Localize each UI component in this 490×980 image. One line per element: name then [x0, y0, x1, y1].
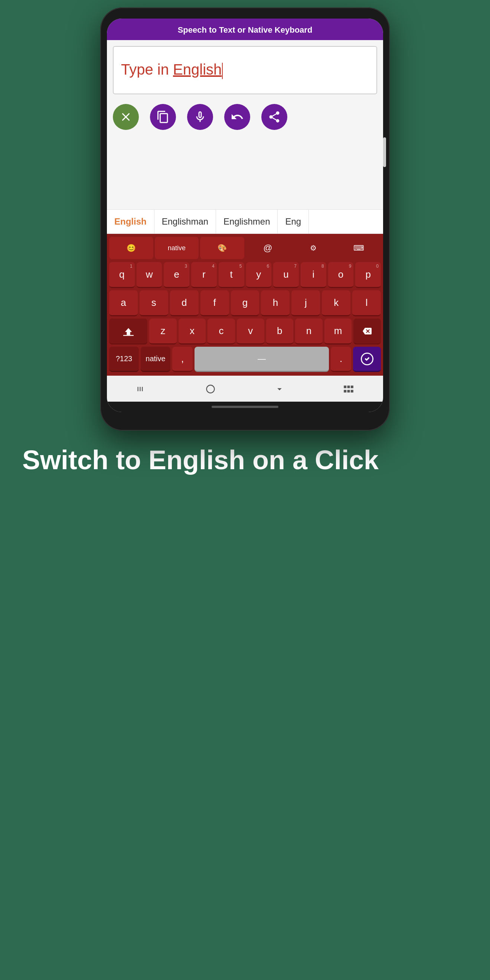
- key-b[interactable]: b: [266, 318, 294, 345]
- text-cursor: [222, 63, 223, 79]
- key-f[interactable]: f: [200, 290, 229, 316]
- key-o[interactable]: 9o: [328, 262, 354, 288]
- period-key[interactable]: .: [331, 347, 351, 372]
- suggestion-item-1[interactable]: Englishman: [154, 210, 216, 234]
- home-indicator: [107, 402, 383, 412]
- key-n[interactable]: n: [295, 318, 323, 345]
- comma-key[interactable]: ,: [172, 347, 192, 372]
- key-j[interactable]: j: [291, 290, 320, 316]
- home-nav-button[interactable]: [199, 382, 222, 396]
- app-title: Speech to Text or Native Keyboard: [178, 25, 313, 35]
- svg-rect-10: [347, 390, 350, 392]
- key-l[interactable]: l: [352, 290, 381, 316]
- key-p[interactable]: 0p: [355, 262, 381, 288]
- shift-key[interactable]: [109, 318, 147, 345]
- svg-rect-11: [351, 390, 353, 392]
- delete-button[interactable]: [113, 104, 139, 130]
- num-key[interactable]: ?123: [109, 347, 139, 372]
- key-e[interactable]: 3e: [164, 262, 189, 288]
- key-row-3: z x c v b n m: [109, 318, 381, 345]
- key-w[interactable]: w: [137, 262, 162, 288]
- bottom-headline: Switch to English on a Click: [22, 445, 468, 475]
- navigation-bar: [107, 375, 383, 402]
- svg-rect-7: [347, 386, 350, 388]
- key-row-1: 1q w 3e 4r 5t 6y 7u 8i 9o 0p: [109, 262, 381, 288]
- content-spacer: [107, 135, 383, 209]
- keyboard-bottom-row: ?123 native , — .: [109, 347, 381, 372]
- key-c[interactable]: c: [207, 318, 235, 345]
- settings-key[interactable]: ⚙: [291, 237, 336, 259]
- suggestion-item-3[interactable]: Eng: [278, 210, 309, 234]
- key-a[interactable]: a: [109, 290, 138, 316]
- undo-button[interactable]: [224, 104, 250, 130]
- keyboard-top-icon-row: 😊 native 🎨 @ ⚙ ⌨: [109, 237, 381, 259]
- svg-rect-3: [140, 387, 140, 391]
- svg-rect-2: [138, 387, 138, 391]
- palette-key[interactable]: 🎨: [200, 237, 244, 259]
- keyboard-rows: 1q w 3e 4r 5t 6y 7u 8i 9o 0p a s: [109, 262, 381, 345]
- text-highlighted: English: [173, 61, 222, 78]
- phone-frame: Speech to Text or Native Keyboard Type i…: [100, 8, 390, 431]
- key-q[interactable]: 1q: [109, 262, 135, 288]
- key-y[interactable]: 6y: [246, 262, 272, 288]
- recents-nav-button[interactable]: [268, 382, 291, 396]
- microphone-button[interactable]: [187, 104, 213, 130]
- suggestions-bar: English Englishman Englishmen Eng: [107, 209, 383, 234]
- space-key[interactable]: —: [194, 347, 329, 372]
- key-h[interactable]: h: [261, 290, 290, 316]
- grid-nav-button[interactable]: [337, 382, 360, 396]
- key-d[interactable]: d: [170, 290, 199, 316]
- key-k[interactable]: k: [322, 290, 350, 316]
- key-x[interactable]: x: [178, 318, 206, 345]
- text-prefix: Type in: [121, 61, 173, 78]
- backspace-key[interactable]: [353, 318, 381, 345]
- copy-button[interactable]: [150, 104, 176, 130]
- key-g[interactable]: g: [231, 290, 259, 316]
- keyboard-container: 😊 native 🎨 @ ⚙ ⌨ 1q w 3e 4r: [107, 234, 383, 375]
- back-nav-button[interactable]: [130, 382, 153, 396]
- native-key-top[interactable]: native: [155, 237, 199, 259]
- bottom-text-section: Switch to English on a Click: [0, 445, 490, 475]
- key-r[interactable]: 4r: [191, 262, 217, 288]
- text-input-area[interactable]: Type in English: [113, 46, 377, 94]
- emoji-key[interactable]: 😊: [109, 237, 153, 259]
- text-content: Type in English: [121, 61, 223, 79]
- key-t[interactable]: 5t: [219, 262, 244, 288]
- phone-wrapper: Speech to Text or Native Keyboard Type i…: [100, 8, 390, 431]
- key-row-2: a s d f g h j k l: [109, 290, 381, 316]
- native-bottom-key[interactable]: native: [141, 347, 170, 372]
- svg-rect-0: [123, 335, 134, 336]
- suggestion-item-2[interactable]: Englishmen: [216, 210, 278, 234]
- phone-screen: Speech to Text or Native Keyboard Type i…: [107, 19, 383, 412]
- key-i[interactable]: 8i: [301, 262, 326, 288]
- space-bar-icon: —: [258, 354, 266, 364]
- key-u[interactable]: 7u: [273, 262, 299, 288]
- svg-rect-6: [344, 386, 346, 388]
- share-button[interactable]: [261, 104, 287, 130]
- key-v[interactable]: v: [237, 318, 264, 345]
- key-m[interactable]: m: [325, 318, 352, 345]
- app-title-bar: Speech to Text or Native Keyboard: [107, 19, 383, 40]
- suggestion-item-0[interactable]: English: [107, 210, 154, 234]
- svg-point-5: [207, 385, 215, 393]
- svg-rect-4: [142, 387, 143, 391]
- home-indicator-bar: [212, 406, 278, 408]
- svg-rect-9: [344, 390, 346, 392]
- key-z[interactable]: z: [149, 318, 177, 345]
- keyboard-switch-key[interactable]: ⌨: [337, 237, 381, 259]
- action-buttons-row: [107, 100, 383, 135]
- enter-key[interactable]: [353, 347, 381, 372]
- key-s[interactable]: s: [140, 290, 168, 316]
- svg-rect-8: [351, 386, 353, 388]
- at-key[interactable]: @: [246, 237, 290, 259]
